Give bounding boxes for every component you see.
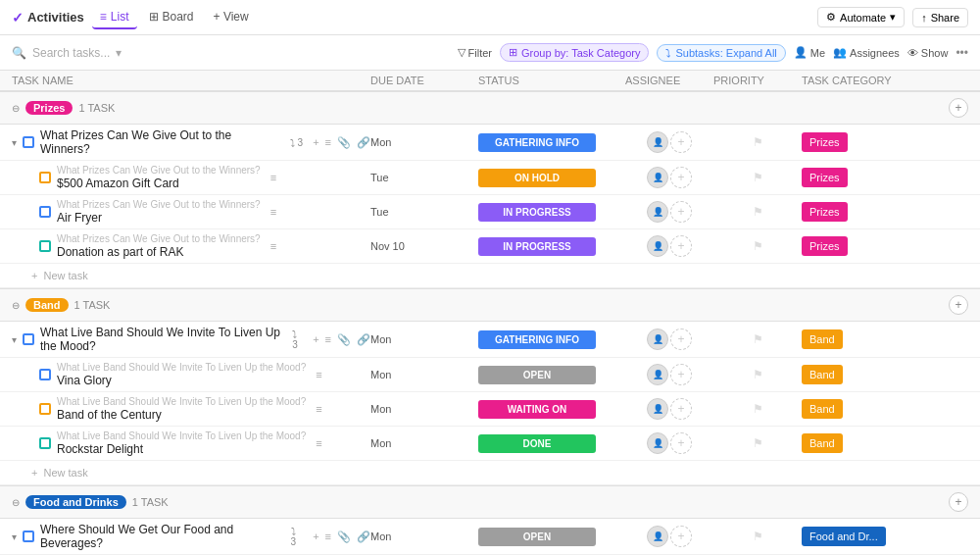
add-assignee-icon[interactable]: + [670,235,692,257]
main-task-status[interactable]: GATHERING INFO [478,330,625,349]
main-task-assignee[interactable]: 👤 + [625,329,713,350]
main-task-category: Band [802,332,939,346]
subtask-prizes-0[interactable]: What Prizes Can We Give Out to the Winne… [0,161,980,195]
subtask-assignee[interactable]: 👤 + [625,364,713,385]
subtask-assignee[interactable]: 👤 + [625,432,713,454]
subtasks-pill[interactable]: ⤵ Subtasks: Expand All [657,44,785,62]
task-expand-icon[interactable]: ▾ [12,531,17,542]
subtask-options-icon[interactable]: ≡ [270,206,276,218]
share-button[interactable]: ↑ Share [912,8,968,27]
board-icon: ⊞ [149,10,159,24]
subtask-prizes-1[interactable]: What Prizes Can We Give Out to the Winne… [0,195,980,229]
subtask-checkbox[interactable] [39,206,51,218]
subtask-options-icon[interactable]: ≡ [316,403,321,415]
subtask-band-2[interactable]: What Live Band Should We Invite To Liven… [0,427,980,461]
main-task-priority[interactable]: ⚑ [713,530,802,543]
add-assignee-icon[interactable]: + [670,432,692,454]
subtask-status[interactable]: WAITING ON [478,400,625,419]
group-badge-prizes[interactable]: Prizes [25,101,73,115]
task-checkbox[interactable] [23,531,34,542]
group-by-pill[interactable]: ⊞ Group by: Task Category [500,43,649,62]
assignees-button[interactable]: 👥 Assignees [833,46,900,59]
main-task-food[interactable]: ▾ Where Should We Get Our Food and Bever… [0,519,980,555]
main-task-assignee[interactable]: 👤 + [625,526,713,547]
group-badge-band[interactable]: Band [25,298,69,312]
subtask-priority[interactable]: ⚑ [713,205,802,219]
tab-list[interactable]: ≡ List [92,6,137,29]
subtask-status[interactable]: OPEN [478,366,625,384]
subtask-checkbox[interactable] [39,369,51,380]
subtask-priority[interactable]: ⚑ [713,436,802,450]
subtask-options-icon[interactable]: ≡ [270,172,276,183]
subtask-assignee[interactable]: 👤 + [625,235,713,257]
group-collapse-icon[interactable]: ⊖ [12,103,20,114]
tab-add-view[interactable]: + View [206,6,257,29]
subtask-status[interactable]: IN PROGRESS [478,203,625,222]
subtask-options-icon[interactable]: ≡ [316,369,321,380]
subtask-status[interactable]: IN PROGRESS [478,237,625,256]
subtask-priority[interactable]: ⚑ [713,239,802,253]
add-subtask-icon[interactable]: + [313,531,318,542]
subtask-band-0[interactable]: What Live Band Should We Invite To Liven… [0,358,980,392]
show-button[interactable]: 👁 Show [907,47,949,59]
task-checkbox[interactable] [23,136,34,148]
subtask-priority[interactable]: ⚑ [713,171,802,184]
group-badge-food[interactable]: Food and Drinks [25,495,126,509]
task-options-icon[interactable]: ≡ [325,136,331,148]
group-collapse-icon[interactable]: ⊖ [12,300,20,311]
subtask-assignee[interactable]: 👤 + [625,398,713,420]
task-options-icon[interactable]: ≡ [325,531,331,542]
add-assignee-icon[interactable]: + [670,398,692,420]
col-priority: PRIORITY [713,75,802,86]
add-assignee-icon[interactable]: + [670,364,692,385]
task-expand-icon[interactable]: ▾ [12,137,17,148]
task-expand-icon[interactable]: ▾ [12,334,17,345]
new-task-button-prizes[interactable]: +New task [0,264,980,287]
subtask-priority[interactable]: ⚑ [713,368,802,381]
add-assignee-icon[interactable]: + [670,526,692,547]
search-box[interactable]: 🔍 Search tasks... ▾ [12,46,122,60]
new-task-button-band[interactable]: +New task [0,461,980,484]
subtask-options-icon[interactable]: ≡ [270,240,276,252]
group-add-button-food[interactable]: + [949,492,968,512]
main-task-assignee[interactable]: 👤 + [625,131,713,153]
group-add-button-band[interactable]: + [949,295,968,315]
main-task-priority[interactable]: ⚑ [713,332,802,346]
subtask-status-badge: DONE [478,434,596,453]
main-task-priority[interactable]: ⚑ [713,135,802,149]
subtask-checkbox[interactable] [39,172,51,183]
me-button[interactable]: 👤 Me [794,46,825,59]
subtask-options-icon[interactable]: ≡ [316,437,321,449]
add-subtask-icon[interactable]: + [313,136,318,148]
subtask-assignee[interactable]: 👤 + [625,201,713,223]
add-assignee-icon[interactable]: + [670,167,692,188]
main-task-prizes[interactable]: ▾ What Prizes Can We Give Out to the Win… [0,125,980,161]
main-task-status[interactable]: OPEN [478,528,625,546]
filter-button[interactable]: ▽ Filter [458,46,492,59]
subtask-priority[interactable]: ⚑ [713,402,802,416]
subtask-checkbox[interactable] [39,240,51,252]
group-add-button-prizes[interactable]: + [949,98,968,118]
task-options-icon[interactable]: ≡ [325,333,331,345]
subtask-checkbox[interactable] [39,403,51,415]
add-assignee-icon[interactable]: + [670,131,692,153]
group-collapse-icon[interactable]: ⊖ [12,497,20,508]
main-task-band[interactable]: ▾ What Live Band Should We Invite To Liv… [0,322,980,358]
subtask-assignee[interactable]: 👤 + [625,167,713,188]
add-subtask-icon[interactable]: + [313,333,318,345]
subtask-status[interactable]: DONE [478,434,625,453]
subtask-status[interactable]: ON HOLD [478,169,625,187]
subtask-prizes-2[interactable]: What Prizes Can We Give Out to the Winne… [0,229,980,264]
subtask-checkbox[interactable] [39,437,51,449]
add-assignee-icon[interactable]: + [670,329,692,350]
more-options-button[interactable]: ••• [956,46,968,60]
main-task-status[interactable]: GATHERING INFO [478,133,625,152]
tab-board[interactable]: ⊞ Board [141,6,202,29]
avatar: 👤 [647,235,668,257]
task-checkbox[interactable] [23,333,34,345]
add-assignee-icon[interactable]: + [670,201,692,223]
main-task-name-cell: ▾ Where Should We Get Our Food and Bever… [12,519,370,554]
automate-button[interactable]: ⚙ Automate ▾ [817,7,905,27]
app-logo: ✓ Activities [12,10,84,25]
subtask-band-1[interactable]: What Live Band Should We Invite To Liven… [0,392,980,427]
